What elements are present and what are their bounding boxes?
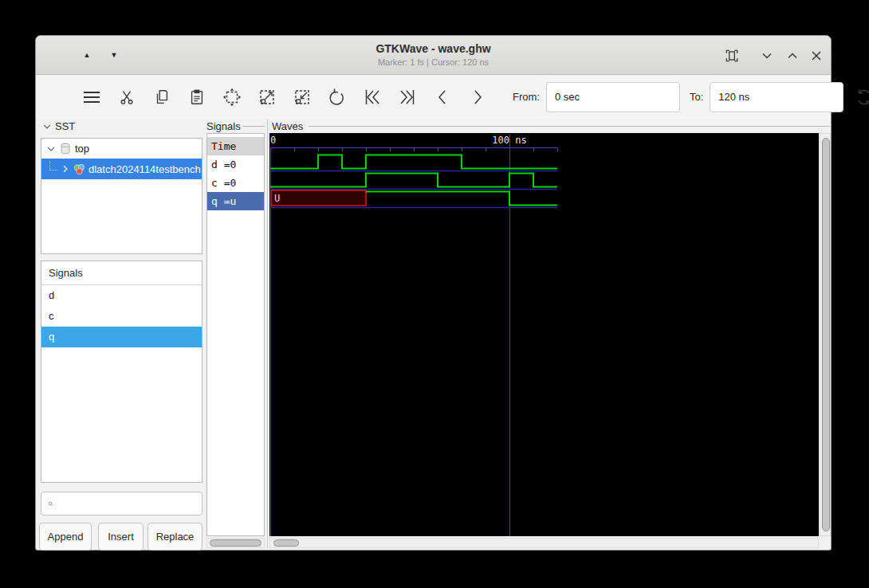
signals-list-rows: dcq <box>41 285 202 347</box>
menu-icon <box>82 87 101 108</box>
signal-item-c[interactable]: c <box>41 306 202 327</box>
sst-tree: top dlatch2024114testbench <box>41 138 203 254</box>
signal-item-q[interactable]: q <box>41 327 202 347</box>
panel-splitter[interactable] <box>267 119 268 548</box>
menu-button[interactable] <box>82 87 101 108</box>
to-input[interactable] <box>710 82 843 112</box>
signal-values-panel: Timed =0c =0q =u <box>206 133 265 536</box>
zoom-out-button[interactable] <box>258 87 277 108</box>
prev-edge-button[interactable] <box>433 87 452 108</box>
wave-svg[interactable]: 0100 nsU <box>269 133 819 536</box>
undo-button[interactable] <box>328 87 347 108</box>
gtkwave-window: ▲ ▼ GTKWave - wave.ghw Marker: 1 fs | Cu… <box>35 35 832 551</box>
copy-icon <box>153 88 171 106</box>
paste-button[interactable] <box>187 87 206 108</box>
signals-list-header: Signals <box>41 261 202 285</box>
time-header-cell[interactable]: Time <box>207 137 264 155</box>
zoom-fit-icon <box>222 87 242 108</box>
waves-frame-line <box>309 126 830 127</box>
undefined-label: U <box>274 193 280 204</box>
values-frame-line <box>242 126 265 127</box>
module-icon <box>73 163 85 175</box>
chevron-left-icon <box>433 88 452 107</box>
value-row-d[interactable]: d =0 <box>207 155 264 174</box>
values-hscroll-thumb[interactable] <box>210 539 261 547</box>
values-panel-header: Signals <box>206 120 241 132</box>
trace-d <box>270 155 557 169</box>
window-title: GTKWave - wave.ghw <box>36 42 831 55</box>
fullscreen-icon <box>724 48 740 64</box>
tree-item-top[interactable]: top <box>41 139 202 159</box>
reload-button[interactable] <box>855 87 869 108</box>
zoom-out-icon <box>258 87 277 108</box>
next-edge-button[interactable] <box>468 87 487 108</box>
waves-hscroll-thumb[interactable] <box>273 539 299 547</box>
search-icon <box>48 497 53 511</box>
tree-item-label: top <box>75 143 89 155</box>
database-icon <box>60 143 71 155</box>
close-button[interactable] <box>808 48 824 64</box>
zoom-in-button[interactable] <box>293 87 312 108</box>
signal-search-box[interactable] <box>41 492 203 515</box>
signals-list-panel: Signals dcq <box>41 261 203 483</box>
expander-down-icon <box>42 122 52 131</box>
value-row-c[interactable]: c =0 <box>207 174 264 192</box>
replace-button[interactable]: Replace <box>147 523 203 551</box>
sst-label: SST <box>55 120 75 132</box>
titlebar: ▲ ▼ GTKWave - wave.ghw Marker: 1 fs | Cu… <box>36 36 831 75</box>
to-start-button[interactable] <box>363 87 382 108</box>
reload-icon <box>855 87 869 108</box>
expander-right-icon <box>61 164 70 174</box>
append-button[interactable]: Append <box>39 523 92 551</box>
sst-section-header[interactable]: SST <box>42 120 75 132</box>
values-rows: Timed =0c =0q =u <box>207 134 264 210</box>
close-icon <box>808 48 824 64</box>
signal-item-d[interactable]: d <box>41 285 202 306</box>
cut-button[interactable] <box>117 87 136 108</box>
copy-button[interactable] <box>152 87 171 108</box>
chevron-down-icon <box>759 48 775 64</box>
timescale-label: 0 <box>270 135 276 146</box>
zoom-in-icon <box>293 87 312 108</box>
undo-icon <box>328 88 347 107</box>
signal-search-input[interactable] <box>58 493 202 514</box>
toolbar: From: To: <box>36 75 831 119</box>
expander-down-icon <box>46 144 56 154</box>
to-end-icon <box>398 87 417 108</box>
maximize-button[interactable] <box>784 48 800 64</box>
chevron-right-icon <box>468 88 487 107</box>
tree-item-dlatch-testbench[interactable]: dlatch2024114testbench <box>41 159 202 179</box>
cut-icon <box>118 88 136 106</box>
insert-button[interactable]: Insert <box>98 523 144 551</box>
waves-hscrollbar[interactable] <box>269 538 819 548</box>
values-hscrollbar[interactable] <box>206 538 265 548</box>
wave-display[interactable]: 0100 nsU <box>269 133 819 536</box>
trace-c <box>270 174 557 187</box>
to-end-button[interactable] <box>398 87 417 108</box>
value-row-q[interactable]: q =u <box>207 192 264 210</box>
to-label: To: <box>690 91 703 103</box>
zoom-fit-button[interactable] <box>222 87 242 108</box>
trace-q <box>366 192 557 206</box>
chevron-up-icon <box>784 48 800 64</box>
tree-branch-line <box>49 161 57 171</box>
tree-item-label: dlatch2024114testbench <box>88 163 201 175</box>
to-start-icon <box>363 87 382 108</box>
paste-icon <box>188 88 206 106</box>
minimize-button[interactable] <box>759 48 775 64</box>
marker-cursor-status: Marker: 1 fs | Cursor: 120 ns <box>36 57 831 67</box>
from-input[interactable] <box>546 82 680 112</box>
waves-vscroll-thumb[interactable] <box>822 138 830 531</box>
waves-vscrollbar[interactable] <box>820 133 831 536</box>
waves-panel-header: Waves <box>272 120 303 132</box>
from-label: From: <box>513 91 540 103</box>
undefined-region-q <box>271 190 366 206</box>
fullscreen-button[interactable] <box>724 48 740 64</box>
